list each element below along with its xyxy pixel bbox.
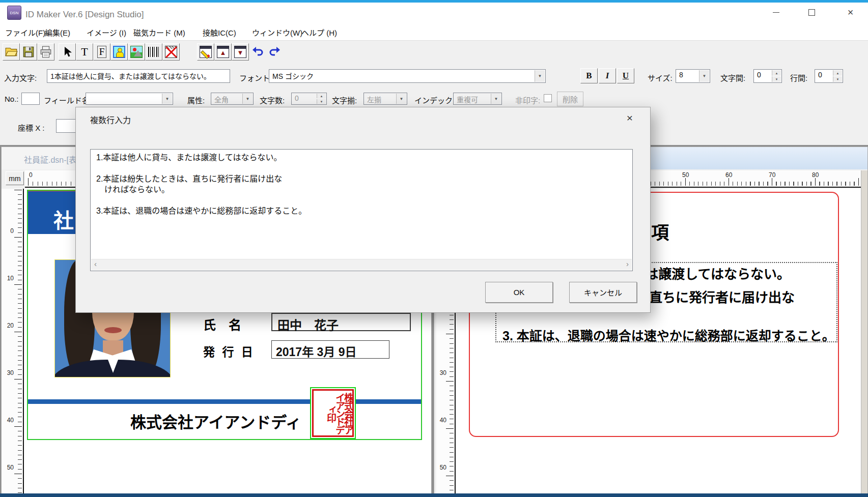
menu-edit[interactable]: 編集(E) (45, 27, 70, 38)
ruler-label: 20 (7, 322, 14, 329)
delete-image-icon (165, 46, 177, 58)
menu-image[interactable]: イメージ (I) (87, 27, 126, 38)
no-field[interactable] (21, 93, 40, 105)
redo-button[interactable] (266, 43, 284, 61)
field-name-label: フィールド名: (44, 95, 92, 105)
font-value: MS ゴシック (272, 72, 314, 80)
size-value: 8 (679, 71, 683, 79)
menu-window[interactable]: ウィンドウ(W) (252, 27, 302, 38)
load-front-button[interactable]: ▲ (214, 43, 232, 61)
chevron-down-icon[interactable]: ▼ (699, 70, 709, 82)
issue-date-box[interactable]: 2017年 3月 9日 (271, 340, 389, 359)
close-button[interactable]: × (833, 3, 868, 22)
load-front-icon: ▲ (217, 46, 229, 58)
back-window-right-strip[interactable] (861, 170, 867, 496)
image-tool-button[interactable] (128, 43, 145, 61)
menu-help[interactable]: ヘルプ (H) (301, 27, 337, 38)
select-cursor-button[interactable] (59, 43, 76, 61)
italic-button[interactable]: I (599, 68, 616, 83)
cancel-button[interactable]: キャンセル (569, 282, 637, 303)
ruler-label: 30 (7, 369, 14, 376)
photo-lips (104, 327, 122, 333)
text-tool-button[interactable]: T (76, 43, 93, 61)
barcode-tool-button[interactable] (145, 43, 162, 61)
save-button[interactable] (20, 43, 37, 61)
dialog-text: 1.本証は他人に貸与、または譲渡してはならない。 2.本証は紛失したときは、直ち… (91, 150, 632, 259)
align-combobox: 左揃 ▼ (363, 93, 407, 105)
dialog-close-button[interactable]: × (619, 109, 641, 127)
bold-button[interactable]: B (580, 68, 598, 83)
company-name-text[interactable]: 株式会社アイアンドディ (130, 410, 301, 432)
char-spacing-stepper[interactable]: 0 ▲ ▼ (753, 69, 782, 83)
undo-icon (251, 46, 264, 58)
index-value: 重複可 (457, 96, 478, 104)
open-file-icon (5, 45, 18, 59)
ruler-label: 40 (440, 417, 446, 424)
text-tool-icon: T (81, 45, 88, 59)
align-value: 左揃 (367, 96, 381, 104)
char-spacing-value: 0 (757, 71, 761, 79)
menu-bar: ファイル(F) 編集(E) イメージ (I) 磁気カード (M) 接触IC(C)… (0, 22, 868, 40)
scroll-left-icon[interactable]: ‹ (94, 259, 97, 268)
cancel-label: キャンセル (584, 287, 622, 298)
minimize-icon (773, 12, 779, 13)
input-text-field[interactable]: 1本証は他人に貸与、または譲渡してはならない。 (47, 69, 230, 83)
no-label: No.: (5, 95, 19, 103)
ruler-label: 10 (7, 275, 14, 282)
name-field-box[interactable]: 田中 花子 (271, 313, 411, 331)
card-divider-line[interactable] (28, 399, 421, 404)
menu-contact-ic[interactable]: 接触IC(C) (203, 27, 236, 38)
font-combobox[interactable]: MS ゴシック ▼ (269, 69, 546, 83)
edit-window-button[interactable] (197, 43, 214, 61)
menu-magcard[interactable]: 磁気カード (M) (133, 27, 185, 38)
delete-label: 削除 (563, 94, 578, 104)
ruler-label: 50 (682, 171, 689, 179)
scroll-right-icon[interactable]: › (626, 259, 629, 268)
undo-button[interactable] (249, 43, 266, 61)
text-property-row: 入力文字: 1本証は他人に貸与、または譲渡してはならない。 フォント: MS ゴ… (0, 64, 868, 89)
photo-tool-icon (113, 46, 125, 58)
photo-tool-button[interactable] (110, 43, 128, 61)
chevron-down-icon[interactable]: ▼ (162, 94, 172, 104)
spin-down-icon: ▼ (317, 99, 326, 104)
line-spacing-stepper[interactable]: 0 ▲ ▼ (815, 69, 843, 83)
maximize-button[interactable] (797, 3, 826, 22)
dialog-h-scrollbar[interactable]: ‹ › (91, 259, 632, 270)
unit-mm-label: mm (9, 174, 20, 183)
underline-button[interactable]: U (617, 68, 634, 83)
window-title: ID Maker Ver.6 [Design Studio] (25, 10, 144, 20)
menu-file[interactable]: ファイル(F) (5, 27, 45, 38)
spin-up-icon: ▲ (317, 94, 326, 98)
dialog-title: 複数行入力 (90, 113, 131, 126)
size-combobox[interactable]: 8 ▼ (676, 69, 710, 83)
load-back-icon: ▼ (234, 46, 246, 58)
load-back-button[interactable]: ▼ (232, 43, 249, 61)
maximize-icon (808, 9, 815, 16)
ok-button[interactable]: OK (485, 282, 553, 303)
bottom-edge-strip (0, 493, 868, 497)
app-icon: DSN (7, 6, 21, 20)
field-name-combobox[interactable]: ▼ (86, 93, 173, 105)
font-label: フォント: (239, 72, 272, 83)
open-file-button[interactable] (3, 43, 20, 61)
ruler-label: 0 (10, 227, 14, 235)
unit-mm-button[interactable]: mm (6, 171, 24, 185)
close-icon: × (848, 7, 854, 18)
italic-label: I (606, 71, 609, 81)
delete-image-button[interactable] (162, 43, 180, 61)
minimize-button[interactable] (762, 3, 790, 22)
dialog-textarea[interactable]: 1.本証は他人に貸与、または譲渡してはならない。 2.本証は紛失したときは、直ち… (90, 149, 633, 271)
app-window: DSN ID Maker Ver.6 [Design Studio] × ファイ… (0, 0, 868, 497)
chevron-down-icon[interactable]: ▼ (535, 70, 545, 82)
spin-up-icon[interactable]: ▲ (833, 70, 842, 76)
spin-down-icon[interactable]: ▼ (833, 76, 842, 82)
spin-down-icon[interactable]: ▼ (772, 76, 781, 82)
company-seal-stamp[interactable]: 株式会社アイアンドディ印 (310, 387, 356, 439)
print-button[interactable] (37, 43, 54, 61)
image-tool-icon (130, 46, 143, 58)
no-print-checkbox (544, 94, 552, 102)
field-tool-button[interactable]: F (93, 43, 110, 61)
spin-up-icon[interactable]: ▲ (772, 70, 781, 76)
issue-date-label[interactable]: 発 行 日 (203, 342, 255, 360)
name-field-label[interactable]: 氏 名 (203, 315, 241, 333)
